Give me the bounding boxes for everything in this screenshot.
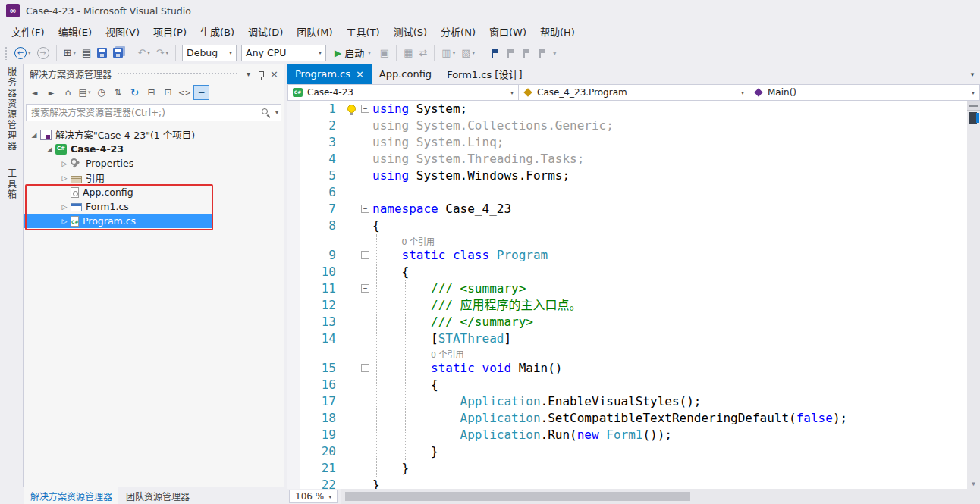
code-line[interactable]: 19 Application.Run(new Form1()); — [287, 427, 980, 443]
project-dropdown[interactable]: Case-4-23 ▾ — [287, 84, 519, 101]
menu-item[interactable]: 项目(P) — [146, 21, 193, 42]
search-options-icon[interactable]: ▾ — [275, 109, 278, 116]
forward-button[interactable]: ► — [43, 85, 59, 100]
expander-icon[interactable]: ◢ — [43, 146, 55, 153]
code-line[interactable]: 11− /// <summary> — [287, 280, 980, 297]
solution-configuration-dropdown[interactable]: Debug▾ — [182, 45, 237, 61]
document-list-button[interactable]: ▾ — [965, 64, 980, 84]
fold-icon[interactable]: − — [361, 284, 369, 293]
expander-icon[interactable]: ▷ — [58, 160, 71, 167]
navigate-back-button[interactable]: ←▾ — [12, 45, 33, 61]
codelens-references[interactable]: 0 个引用 — [431, 350, 464, 360]
start-debug-button[interactable]: ▶启动▾ — [329, 44, 376, 61]
side-strip-tab[interactable]: 工具箱 — [5, 168, 18, 200]
panel-drag-handle[interactable] — [117, 72, 237, 76]
code-line[interactable]: 15− static void Main() — [287, 360, 980, 377]
close-icon[interactable]: × — [356, 69, 364, 79]
clear-bookmarks-button[interactable] — [535, 47, 549, 59]
scroll-down-icon[interactable]: ▼ — [967, 481, 980, 487]
tree-item[interactable]: ▷Properties — [24, 156, 284, 171]
close-button[interactable]: × — [268, 68, 281, 80]
editor-tab[interactable]: Form1.cs [设计] — [439, 64, 529, 84]
tool-window-tab[interactable]: 解决方案资源管理器 — [24, 487, 118, 504]
splitter-handle-icon[interactable] — [967, 101, 980, 111]
expander-icon[interactable]: ▷ — [58, 218, 71, 225]
code-line[interactable]: 21 } — [287, 460, 980, 477]
codelens-references[interactable]: 0 个引用 — [402, 237, 435, 247]
menu-item[interactable]: 工具(T) — [340, 21, 387, 42]
collapse-all-button[interactable]: ⊟ — [143, 85, 159, 100]
toggle-bookmark-button[interactable] — [487, 47, 501, 59]
save-all-button[interactable] — [111, 46, 125, 59]
find-in-files-button[interactable]: ⇄ — [416, 45, 429, 60]
editor-tab[interactable]: Program.cs× — [287, 64, 372, 84]
horizontal-scrollbar[interactable] — [341, 489, 980, 504]
code-line[interactable]: 16 { — [287, 377, 980, 393]
code-line[interactable]: 18 Application.SetCompatibleTextRenderin… — [287, 410, 980, 427]
open-file-button[interactable]: ▤ — [80, 45, 93, 60]
code-line[interactable]: 5using System.Windows.Forms; — [287, 167, 980, 184]
expander-icon[interactable]: ▷ — [58, 174, 71, 182]
menu-item[interactable]: 生成(B) — [193, 21, 241, 42]
lightbulb-icon[interactable] — [347, 105, 356, 113]
new-project-button[interactable]: ⊞▾ — [61, 45, 78, 60]
tool-window-tab[interactable]: 团队资源管理器 — [120, 487, 196, 504]
fold-icon[interactable]: − — [361, 364, 369, 372]
prev-bookmark-button[interactable] — [503, 47, 517, 59]
vertical-scrollbar[interactable]: ▼ — [967, 101, 980, 489]
code-line[interactable]: 14 [STAThread] — [287, 330, 980, 347]
next-bookmark-button[interactable] — [519, 47, 533, 59]
type-dropdown[interactable]: Case_4_23.Program ▾ — [518, 84, 749, 101]
code-line[interactable]: 10 { — [287, 264, 980, 280]
fold-icon[interactable]: − — [361, 105, 369, 113]
editor-tab[interactable]: App.config — [372, 64, 439, 84]
code-line[interactable]: 9− static class Program — [287, 247, 980, 264]
comment-button[interactable]: ▥▾ — [439, 45, 457, 60]
menu-item[interactable]: 调试(D) — [241, 21, 290, 42]
tree-item[interactable]: ◢Case-4-23 — [24, 142, 284, 156]
back-button[interactable]: ◄ — [27, 85, 42, 100]
redo-button[interactable]: ↷▾ — [154, 45, 171, 60]
horizontal-scrollbar-thumb[interactable] — [345, 492, 690, 501]
tree-item[interactable]: ◢解决方案"Case-4-23"(1 个项目) — [24, 127, 284, 142]
tree-item[interactable]: ▷Form1.cs — [24, 199, 284, 214]
tree-item[interactable]: ▷Program.cs — [24, 214, 213, 228]
fold-icon[interactable]: − — [361, 251, 369, 259]
window-position-button[interactable]: ▾ — [242, 70, 255, 78]
build-errors-button[interactable]: ▦ — [401, 45, 415, 60]
tree-item[interactable]: App.config — [24, 185, 284, 199]
home-button[interactable]: ⌂ — [60, 85, 76, 100]
toolbar-overflow-button[interactable]: ▾ — [551, 48, 559, 58]
refresh-button[interactable]: ↻ — [127, 85, 143, 100]
menu-item[interactable]: 帮助(H) — [533, 21, 582, 42]
code-line[interactable]: 22} — [287, 477, 980, 489]
search-icon[interactable] — [262, 108, 268, 114]
expander-icon[interactable]: ▷ — [58, 203, 71, 211]
save-button[interactable] — [95, 46, 109, 59]
solution-platform-dropdown[interactable]: Any CPU▾ — [241, 45, 326, 61]
code-line[interactable]: 20 } — [287, 443, 980, 460]
code-line[interactable]: 13 /// </summary> — [287, 314, 980, 330]
navigate-forward-button[interactable]: → — [35, 45, 52, 61]
menu-item[interactable]: 团队(M) — [290, 21, 339, 42]
menu-item[interactable]: 分析(N) — [434, 21, 482, 42]
sync-with-active-document-button[interactable]: ⇅ — [110, 85, 126, 100]
menu-item[interactable]: 编辑(E) — [52, 21, 99, 42]
menu-item[interactable]: 文件(F) — [5, 21, 52, 42]
code-line[interactable]: 7−namespace Case_4_23 — [287, 201, 980, 218]
toolbar-grip[interactable] — [5, 46, 8, 60]
code-line[interactable]: 6 — [287, 184, 980, 201]
code-line[interactable]: 3using System.Linq; — [287, 134, 980, 151]
code-line[interactable]: 4using System.Threading.Tasks; — [287, 151, 980, 167]
expander-icon[interactable]: ◢ — [28, 131, 40, 139]
fold-icon[interactable]: − — [361, 205, 369, 213]
code-line[interactable]: 2using System.Collections.Generic; — [287, 117, 980, 134]
side-strip-tab[interactable]: 服务器资源管理器 — [5, 67, 18, 152]
tree-item[interactable]: ▷引用 — [24, 171, 284, 185]
indent-button[interactable]: ▧▾ — [459, 45, 477, 60]
pending-changes-button[interactable]: ◷ — [93, 85, 109, 100]
pin-button[interactable] — [255, 70, 268, 78]
view-code-button[interactable]: <> — [177, 85, 193, 100]
member-dropdown[interactable]: Main() ▾ — [749, 84, 980, 101]
properties-button[interactable]: ⊡ — [160, 85, 176, 100]
